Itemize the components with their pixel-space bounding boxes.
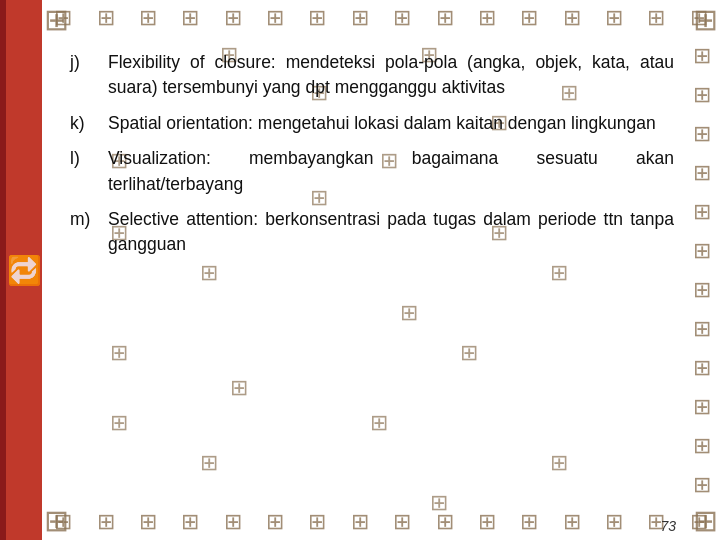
right-tile-5: ⊞ — [693, 199, 711, 225]
bot-tile-2: ⊞ — [97, 509, 115, 535]
top-border: ⊞ ⊞ ⊞ ⊞ ⊞ ⊞ ⊞ ⊞ ⊞ ⊞ ⊞ ⊞ ⊞ ⊞ ⊞ ⊞ — [42, 0, 720, 36]
item-l-label: l) — [70, 146, 108, 197]
bot-tile-1: ⊞ — [54, 509, 72, 535]
right-tile-9: ⊞ — [693, 355, 711, 381]
top-tile-3: ⊞ — [139, 5, 157, 31]
right-border: ⊞ ⊞ ⊞ ⊞ ⊞ ⊞ ⊞ ⊞ ⊞ ⊞ ⊞ ⊞ — [684, 36, 720, 504]
right-tile-10: ⊞ — [693, 394, 711, 420]
item-l-text: Visualization: membayangkan bagaimana se… — [108, 146, 674, 197]
right-tile-6: ⊞ — [693, 238, 711, 264]
list-item-j: j) Flexibility of closure: mendeteksi po… — [70, 50, 674, 101]
right-tile-8: ⊞ — [693, 316, 711, 342]
main-content: j) Flexibility of closure: mendeteksi po… — [60, 36, 684, 504]
bot-tile-6: ⊞ — [266, 509, 284, 535]
bot-tile-3: ⊞ — [139, 509, 157, 535]
page-number: 73 — [660, 518, 676, 534]
item-m-text: Selective attention: berkonsentrasi pada… — [108, 207, 674, 258]
top-tile-13: ⊞ — [563, 5, 581, 31]
bot-tile-11: ⊞ — [478, 509, 496, 535]
right-tile-7: ⊞ — [693, 277, 711, 303]
top-tile-1: ⊞ — [54, 5, 72, 31]
item-m-label: m) — [70, 207, 108, 258]
list-item-l: l) Visualization: membayangkan bagaimana… — [70, 146, 674, 197]
top-tile-14: ⊞ — [605, 5, 623, 31]
right-tile-4: ⊞ — [693, 160, 711, 186]
top-tile-4: ⊞ — [181, 5, 199, 31]
top-tile-5: ⊞ — [224, 5, 242, 31]
top-tile-2: ⊞ — [97, 5, 115, 31]
page-container: 🔁 ⊞ ⊞ ⊞ ⊞ ⊞ ⊞ ⊞ ⊞ ⊞ ⊞ ⊞ ⊞ ⊞ ⊞ ⊞ ⊞ ⊞ ⊞ ⊞ … — [0, 0, 720, 540]
top-tile-7: ⊞ — [308, 5, 326, 31]
left-bar: 🔁 — [0, 0, 42, 540]
bot-tile-14: ⊞ — [605, 509, 623, 535]
top-tile-6: ⊞ — [266, 5, 284, 31]
left-bar-icon-1: 🔁 — [7, 254, 42, 287]
right-tile-11: ⊞ — [693, 433, 711, 459]
bot-tile-8: ⊞ — [351, 509, 369, 535]
bot-tile-16: ⊞ — [690, 509, 708, 535]
top-tile-15: ⊞ — [647, 5, 665, 31]
top-tile-11: ⊞ — [478, 5, 496, 31]
top-tile-9: ⊞ — [393, 5, 411, 31]
right-tile-3: ⊞ — [693, 121, 711, 147]
list-item-m: m) Selective attention: berkonsentrasi p… — [70, 207, 674, 258]
left-bar-inner: 🔁 — [6, 0, 42, 540]
bot-tile-9: ⊞ — [393, 509, 411, 535]
bot-tile-12: ⊞ — [520, 509, 538, 535]
list-item-k: k) Spatial orientation: mengetahui lokas… — [70, 111, 674, 136]
bot-tile-7: ⊞ — [308, 509, 326, 535]
bot-tile-5: ⊞ — [224, 509, 242, 535]
item-k-label: k) — [70, 111, 108, 136]
bot-tile-13: ⊞ — [563, 509, 581, 535]
right-tile-12: ⊞ — [693, 472, 711, 498]
bottom-border: ⊞ ⊞ ⊞ ⊞ ⊞ ⊞ ⊞ ⊞ ⊞ ⊞ ⊞ ⊞ ⊞ ⊞ ⊞ ⊞ — [42, 504, 720, 540]
right-tile-2: ⊞ — [693, 82, 711, 108]
top-tile-8: ⊞ — [351, 5, 369, 31]
right-tile-1: ⊞ — [693, 43, 711, 69]
top-tile-16: ⊞ — [690, 5, 708, 31]
top-tile-12: ⊞ — [520, 5, 538, 31]
bot-tile-4: ⊞ — [181, 509, 199, 535]
item-k-text: Spatial orientation: mengetahui lokasi d… — [108, 111, 674, 136]
item-j-text: Flexibility of closure: mendeteksi pola-… — [108, 50, 674, 101]
top-tile-10: ⊞ — [436, 5, 454, 31]
item-j-label: j) — [70, 50, 108, 101]
